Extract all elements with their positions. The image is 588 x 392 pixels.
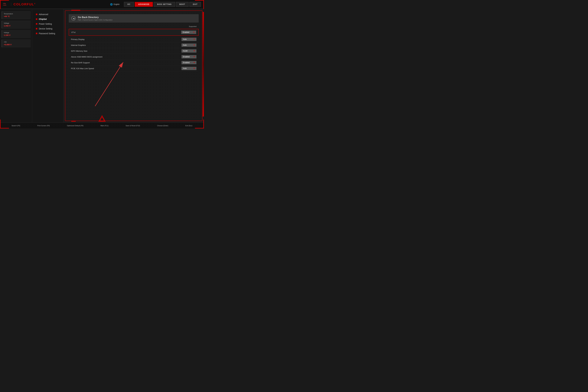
bottom-optimized-default[interactable]: Optimized Default (F9): [67, 125, 84, 126]
igfx-memory-arrow: [194, 50, 195, 52]
voltage2-value: 1.100 V: [4, 34, 28, 36]
pcie-x16-label: PCIE X16 Max Link Speed: [71, 68, 94, 70]
temperature-card: Temperature +44 °C: [2, 11, 30, 19]
nav-item-advanced[interactable]: Advanced: [35, 12, 60, 17]
nav-item-device-setting[interactable]: Device Setting: [35, 26, 60, 31]
language-label: English: [114, 3, 119, 6]
voltage1-card: Voltage 1.342 V: [2, 20, 30, 28]
nav-item-password-setting[interactable]: Password Setting: [35, 31, 60, 36]
resize-bar-arrow: [194, 62, 195, 63]
resize-bar-label: Re-Size BAR Support: [71, 62, 90, 64]
primary-display-label: Primary Display: [71, 38, 84, 40]
temperature-value: +44 °C: [4, 15, 28, 18]
nav-item-chipset[interactable]: ChipSet: [35, 17, 60, 22]
voltage2-card: Voltage 1.100 V: [2, 30, 30, 38]
above-4gb-value: Enabled: [183, 56, 190, 58]
corner-decoration-br: [195, 120, 204, 128]
above-4gb-row[interactable]: Above 4GB MMIO BIOS assignment Enabled: [69, 54, 199, 60]
nav-chipset-label: ChipSet: [39, 18, 47, 20]
panel-inner: ◀ Go Back Directory Path: ChipSet\System…: [66, 12, 201, 74]
igfx-memory-label: IGFX Memory Size: [71, 50, 88, 52]
bottom-save-reset[interactable]: Save & Reset (F10): [126, 125, 140, 126]
bullet-advanced: [36, 14, 37, 15]
go-back-info: Go Back Directory Path: ChipSet\System A…: [78, 16, 112, 21]
nav-boot-button[interactable]: BOOT: [176, 2, 189, 7]
voltage1-label: Voltage: [4, 22, 28, 24]
bullet-chipset: [36, 18, 37, 20]
voltage2-label: Voltage: [4, 32, 28, 34]
language-selector[interactable]: 🌐 English: [110, 3, 119, 6]
pcie-x16-row[interactable]: PCIE X16 Max Link Speed Auto: [69, 66, 199, 72]
corner-decoration-tl: [0, 0, 9, 9]
vt-d-row[interactable]: VT-d Enabled: [69, 29, 199, 36]
supported-label: Supported: [69, 25, 199, 28]
voltage5v-card: +5V +5.000 V: [2, 40, 30, 47]
bullet-power-setting: [36, 23, 37, 25]
bottom-bar: Search (F6) Print Screen (F8) Optimized …: [0, 122, 204, 128]
voltage1-value: 1.342 V: [4, 25, 28, 27]
left-sidebar: Temperature +44 °C Voltage 1.342 V Volta…: [0, 9, 32, 122]
primary-display-arrow: [194, 39, 195, 40]
bullet-device-setting: [36, 28, 37, 30]
igfx-memory-row[interactable]: IGFX Memory Size 512M: [69, 48, 199, 54]
nav-oc-button[interactable]: OC: [124, 2, 134, 7]
primary-display-value: Auto: [183, 38, 187, 40]
nav-device-label: Device Setting: [39, 28, 52, 30]
globe-icon: 🌐: [110, 3, 113, 6]
primary-display-row[interactable]: Primary Display Auto: [69, 36, 199, 42]
nav-item-power-setting[interactable]: Power Setting: [35, 22, 60, 26]
bottom-exit[interactable]: Exit (Esc): [186, 125, 192, 126]
internal-graphics-row[interactable]: Internal Graphics Auto: [69, 42, 199, 48]
internal-graphics-arrow: [194, 45, 195, 46]
main-content: Temperature +44 °C Voltage 1.342 V Volta…: [0, 9, 204, 122]
nav-advanced-label: Advanced: [39, 13, 48, 16]
internal-graphics-value: Auto: [183, 44, 187, 46]
nav-advanced-button[interactable]: ADVANCED: [135, 2, 153, 7]
nav-power-label: Power Setting: [39, 23, 52, 25]
side-nav-menu: Advanced ChipSet Power Setting Device Se…: [32, 9, 64, 122]
above-4gb-dropdown[interactable]: Enabled: [182, 55, 196, 58]
above-4gb-arrow: [194, 56, 195, 57]
voltage5v-value: +5.000 V: [4, 44, 28, 46]
main-panel: ◀ Go Back Directory Path: ChipSet\System…: [64, 9, 204, 122]
corner-decoration-bl: [0, 120, 9, 128]
temperature-label: Temperature: [4, 13, 28, 15]
internal-graphics-label: Internal Graphics: [71, 44, 86, 46]
vt-d-value: Enabled: [183, 31, 189, 33]
bottom-print-screen[interactable]: Print Screen (F8): [37, 125, 50, 126]
vt-d-dropdown[interactable]: Enabled: [181, 30, 196, 34]
pcie-x16-dropdown[interactable]: Auto: [182, 67, 196, 70]
bottom-choose-enter[interactable]: Choose (Enter): [157, 125, 168, 126]
above-4gb-label: Above 4GB MMIO BIOS assignment: [71, 56, 102, 58]
vt-d-dropdown-arrow: [193, 32, 195, 33]
pcie-x16-value: Auto: [183, 68, 187, 70]
settings-area: Primary Display Auto Internal Graphics A…: [69, 36, 199, 72]
voltage5v-label: +5V: [4, 41, 28, 43]
brand-logo: COLORFUL®: [14, 2, 36, 6]
corner-decoration-tr: [195, 0, 204, 9]
nav-buttons: OC ADVANCED BIOS SETTING BOOT EXIT: [124, 2, 201, 7]
brand-triangle: [98, 115, 106, 122]
primary-display-dropdown[interactable]: Auto: [182, 38, 196, 41]
go-back-title: Go Back Directory: [78, 16, 112, 19]
resize-bar-dropdown[interactable]: Enabled: [182, 61, 196, 64]
go-back-icon: ◀: [72, 16, 76, 20]
resize-bar-value: Enabled: [183, 62, 190, 64]
igfx-memory-value: 512M: [183, 50, 188, 52]
vt-d-label: VT-d: [71, 31, 75, 34]
nav-bios-setting-button[interactable]: BIOS SETTING: [154, 2, 175, 7]
bottom-main[interactable]: Main (F11): [100, 125, 108, 126]
go-back-bar[interactable]: ◀ Go Back Directory Path: ChipSet\System…: [69, 14, 199, 22]
igfx-memory-dropdown[interactable]: 512M: [182, 49, 196, 52]
go-back-path: Path: ChipSet\System Agent (SA) Configur…: [78, 19, 112, 21]
bullet-password-setting: [36, 33, 37, 34]
bottom-search[interactable]: Search (F6): [12, 125, 20, 126]
header: nday nuary COLORFUL® 🌐 English OC ADVANC…: [0, 0, 204, 9]
pcie-x16-arrow: [194, 68, 195, 69]
internal-graphics-dropdown[interactable]: Auto: [182, 44, 196, 47]
nav-password-label: Password Setting: [39, 32, 55, 35]
resize-bar-row[interactable]: Re-Size BAR Support Enabled: [69, 60, 199, 66]
